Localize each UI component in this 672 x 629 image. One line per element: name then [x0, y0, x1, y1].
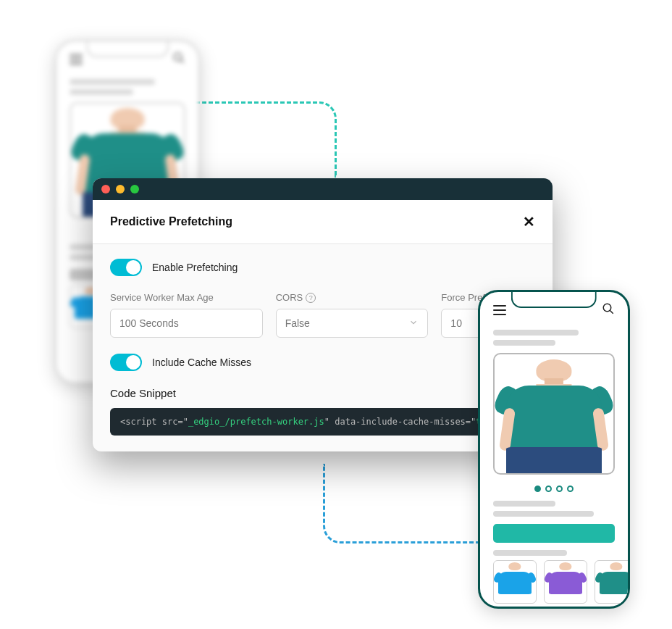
- sw-max-age-input[interactable]: 100 Seconds: [110, 309, 263, 338]
- chevron-down-icon: [408, 317, 419, 330]
- code-snippet-heading: Code Snippet: [110, 387, 535, 399]
- svg-point-0: [174, 53, 182, 61]
- phone-mock-sharp: [478, 290, 630, 609]
- search-icon[interactable]: [602, 302, 615, 318]
- svg-line-3: [610, 310, 613, 314]
- help-icon[interactable]: ?: [306, 293, 316, 303]
- check-icon: ✓: [114, 357, 120, 365]
- hamburger-icon[interactable]: [70, 54, 83, 64]
- svg-point-2: [603, 304, 611, 312]
- check-icon: ✓: [114, 262, 120, 270]
- cta-button[interactable]: [493, 524, 615, 543]
- rec-thumb[interactable]: [544, 560, 587, 604]
- enable-prefetching-toggle[interactable]: ✓: [110, 259, 142, 276]
- cors-label: CORS?: [276, 292, 429, 303]
- rec-thumb[interactable]: [493, 560, 537, 604]
- sw-max-age-label: Service Worker Max Age: [110, 292, 263, 303]
- window-close-dot[interactable]: [101, 185, 110, 193]
- window-chrome: [93, 178, 553, 200]
- include-cache-misses-toggle[interactable]: ✓: [110, 354, 142, 371]
- code-snippet-block[interactable]: <script src="_edgio_/prefetch-worker.js"…: [110, 408, 535, 436]
- connector-dashed-teal: [196, 101, 337, 178]
- connector-dashed-blue: [323, 464, 486, 543]
- phone-notch: [86, 41, 169, 57]
- hamburger-icon[interactable]: [493, 305, 506, 315]
- enable-prefetching-label: Enable Prefetching: [152, 262, 238, 273]
- cors-select[interactable]: False: [276, 309, 429, 338]
- carousel-dots[interactable]: [480, 482, 628, 495]
- phone-notch: [511, 292, 597, 308]
- window-min-dot[interactable]: [116, 185, 125, 193]
- window-max-dot[interactable]: [130, 185, 139, 193]
- product-image[interactable]: [493, 353, 615, 475]
- rec-thumb[interactable]: [595, 560, 628, 604]
- recommendation-row: [480, 560, 628, 609]
- search-icon[interactable]: [172, 51, 185, 67]
- svg-line-1: [180, 59, 184, 63]
- dialog-title: Predictive Prefetching: [110, 215, 232, 228]
- close-button[interactable]: ✕: [523, 213, 535, 230]
- include-cache-misses-label: Include Cache Misses: [152, 357, 251, 368]
